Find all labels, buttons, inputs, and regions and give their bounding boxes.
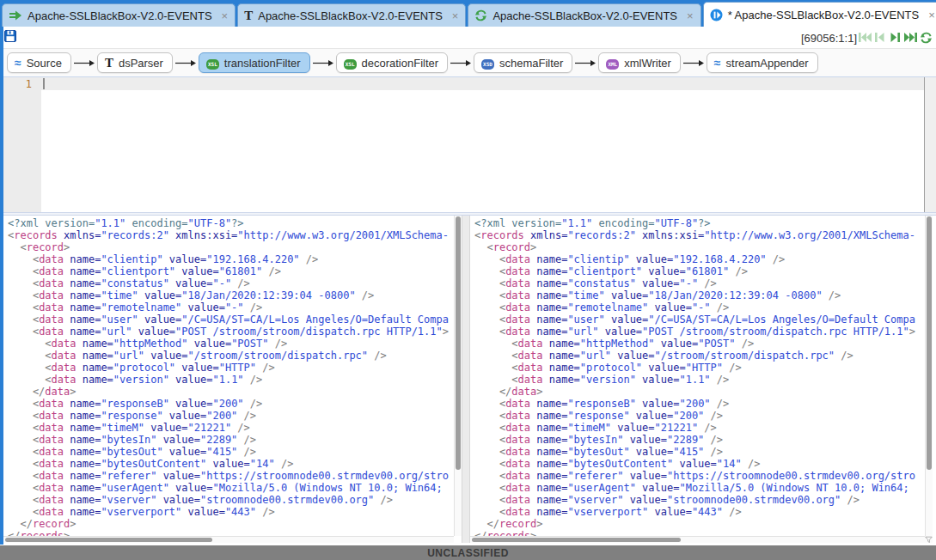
- xml-line: <records xmlns="records:2" xmlns:xsi="ht…: [8, 229, 453, 241]
- xml-line: <?xml version="1.1" encoding="UTF-8"?>: [8, 217, 453, 229]
- xml-line: <data name="version" value="1.1" />: [474, 374, 924, 386]
- pipeline-arrow-icon: [450, 59, 471, 67]
- text-caret: [43, 78, 45, 89]
- xml-line: <data name="url" value="POST /stroom/str…: [8, 326, 453, 338]
- pipeline-element-label: translationFilter: [224, 57, 301, 70]
- xml-line: <data name="constatus" value="-" />: [474, 277, 924, 289]
- step-backward-icon[interactable]: [872, 31, 887, 44]
- filter-icon[interactable]: [925, 536, 933, 543]
- pipeline-element-xmlWriter[interactable]: XMLxmlWriter: [598, 52, 680, 73]
- pipeline-arrow-icon: [175, 59, 196, 67]
- pipeline-icon: [710, 9, 723, 21]
- line-number: 1: [3, 77, 41, 91]
- tab-bar: Apache-SSLBlackBox-V2.0-EVENTS×TApache-S…: [0, 0, 936, 27]
- xml-line: <data name="httpMethod" value="POST" />: [474, 338, 924, 350]
- xml-line: </record>: [474, 518, 924, 530]
- vertical-scrollbar[interactable]: [454, 216, 462, 536]
- output-xml-code[interactable]: <?xml version="1.1" encoding="UTF-8"?><r…: [474, 217, 924, 536]
- feed-icon: [9, 10, 22, 21]
- refresh-icon[interactable]: [919, 31, 933, 44]
- xsd-badge-icon: XSD: [481, 56, 494, 70]
- text-converter-icon: T: [244, 10, 253, 21]
- step-last-icon[interactable]: [903, 31, 918, 44]
- scrollbar-thumb[interactable]: [5, 538, 212, 542]
- pipeline-element-Source[interactable]: ≈Source: [7, 52, 71, 73]
- text-parser-icon: T: [105, 57, 113, 70]
- xml-line: <data name="user" value="/C=USA/ST=CA/L=…: [8, 313, 453, 326]
- tab-label: Apache-SSLBlackBox-V2.0-EVENTS: [492, 9, 677, 22]
- tab-2[interactable]: TApache-SSLBlackBox-V2.0-EVENTS×: [237, 3, 466, 27]
- xml-line: <data name="bytesOutContent" value="14" …: [8, 458, 453, 470]
- editor-scrollbar[interactable]: [924, 77, 936, 212]
- xml-line: </records>: [8, 530, 453, 536]
- save-icon[interactable]: [4, 30, 16, 46]
- pipeline-arrow-icon: [313, 59, 333, 67]
- pane-divider[interactable]: [462, 216, 469, 543]
- xml-line: <data name="response" value="200" />: [474, 410, 924, 422]
- pipeline-element-schemaFilter[interactable]: XSDschemaFilter: [474, 52, 572, 73]
- xml-line: </data>: [474, 386, 924, 398]
- xml-line: <data name="responseB" value="200" />: [474, 398, 924, 410]
- tab-close-icon[interactable]: ×: [685, 9, 695, 22]
- xml-line: <data name="clientport" value="61801" />: [8, 265, 453, 277]
- xml-line: <data name="httpMethod" value="POST" />: [8, 338, 453, 350]
- tab-3[interactable]: Apache-SSLBlackBox-V2.0-EVENTS×: [468, 3, 700, 27]
- input-xml-code[interactable]: <?xml version="1.1" encoding="UTF-8"?><r…: [8, 217, 453, 536]
- tab-close-icon[interactable]: ×: [450, 9, 461, 22]
- pipeline-element-label: dsParser: [119, 57, 163, 70]
- xml-line: <data name="bytesIn" value="2289" />: [8, 434, 453, 446]
- xml-line: <record>: [8, 241, 453, 253]
- xml-line: <?xml version="1.1" encoding="UTF-8"?>: [474, 217, 924, 229]
- stream-icon: ≈: [714, 57, 721, 70]
- vertical-scrollbar[interactable]: [925, 216, 933, 536]
- xml-line: <data name="vserverport" value="443" />: [474, 506, 924, 518]
- stepping-toolbar: [69056:1:1]: [0, 27, 936, 49]
- tab-1[interactable]: Apache-SSLBlackBox-V2.0-EVENTS×: [2, 3, 236, 27]
- tab-close-icon[interactable]: ×: [927, 9, 936, 21]
- scrollbar-thumb[interactable]: [927, 216, 932, 470]
- stepping-output-panel[interactable]: <?xml version="1.1" encoding="UTF-8"?><r…: [469, 216, 933, 543]
- stepping-panes: <?xml version="1.1" encoding="UTF-8"?><r…: [3, 216, 936, 543]
- horizontal-scrollbar[interactable]: [470, 536, 925, 543]
- xml-line: <data name="userAgent" value="Mozilla/5.…: [8, 482, 453, 494]
- xml-line: <data name="remotelname" value="-" />: [474, 301, 924, 313]
- tab-4[interactable]: * Apache-SSLBlackBox-V2.0-EVENTS×: [703, 2, 936, 27]
- xml-line: <data name="referer" value="https://stro…: [474, 470, 924, 482]
- xml-line: <data name="vserverport" value="443" />: [8, 506, 453, 518]
- stream-locator: [69056:1:1]: [801, 32, 857, 45]
- tab-label: * Apache-SSLBlackBox-V2.0-EVENTS: [728, 9, 920, 21]
- xml-line: <data name="url" value="/stroom/stroom/d…: [8, 350, 453, 362]
- xml-line: <data name="clientport" value="61801" />: [474, 265, 924, 277]
- xml-line: <data name="constatus" value="-" />: [8, 277, 453, 289]
- pipeline-element-dsParser[interactable]: TdsParser: [97, 52, 173, 73]
- tab-close-icon[interactable]: ×: [220, 9, 230, 22]
- step-first-icon[interactable]: [857, 31, 872, 44]
- xml-line: <data name="clientip" value="192.168.4.2…: [474, 253, 924, 265]
- pipeline-element-streamAppender[interactable]: ≈streamAppender: [707, 52, 818, 73]
- pipeline-element-label: Source: [27, 57, 62, 70]
- xslt-badge-icon: XSL: [206, 56, 219, 70]
- horizontal-scrollbar[interactable]: [3, 536, 454, 543]
- xml-line: <data name="url" value="/stroom/stroom/d…: [474, 350, 924, 362]
- xml-line: <data name="bytesOutContent" value="14" …: [474, 458, 924, 470]
- xml-line: <data name="timeM" value="21221" />: [8, 422, 453, 434]
- pipeline-structure-bar: ≈SourceTdsParserXSLtranslationFilterXSLd…: [0, 49, 936, 77]
- stepping-input-panel[interactable]: <?xml version="1.1" encoding="UTF-8"?><r…: [3, 216, 462, 543]
- xslt-badge-icon: XSL: [344, 56, 357, 70]
- pipeline-element-decorationFilter[interactable]: XSLdecorationFilter: [336, 52, 448, 73]
- pipeline-arrow-icon: [683, 59, 704, 67]
- scrollbar-thumb[interactable]: [472, 538, 681, 542]
- xml-line: <data name="time" value="18/Jan/2020:12:…: [474, 289, 924, 301]
- step-forward-icon[interactable]: [888, 31, 902, 44]
- xml-line: <data name="protocol" value="HTTP" />: [8, 362, 453, 374]
- classification-banner: UNCLASSIFIED: [0, 545, 936, 560]
- pipeline-element-label: decorationFilter: [362, 57, 439, 70]
- xml-line: <data name="response" value="200" />: [8, 410, 453, 422]
- stepping-editor[interactable]: 1: [3, 77, 936, 212]
- xml-line: </records>: [474, 530, 924, 536]
- xml-badge-icon: XML: [606, 56, 619, 70]
- xml-line: <data name="user" value="/C=USA/ST=CA/L=…: [474, 313, 924, 326]
- scrollbar-thumb[interactable]: [456, 216, 461, 470]
- pipeline-element-translationFilter[interactable]: XSLtranslationFilter: [199, 52, 310, 73]
- window-edge: [0, 27, 3, 545]
